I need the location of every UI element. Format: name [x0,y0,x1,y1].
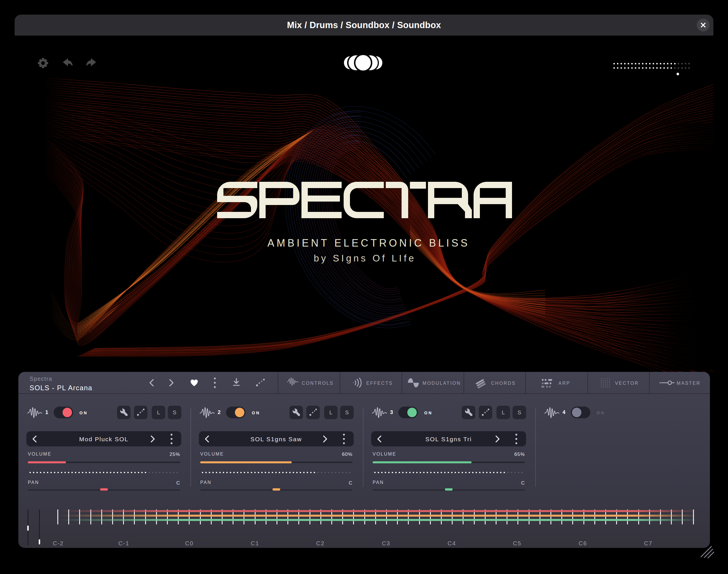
svg-text:by SIgns Of LIfe: by SIgns Of LIfe [314,253,416,263]
svg-text:AMBIENT ELECTRONIC BLISS: AMBIENT ELECTRONIC BLISS [267,237,469,249]
